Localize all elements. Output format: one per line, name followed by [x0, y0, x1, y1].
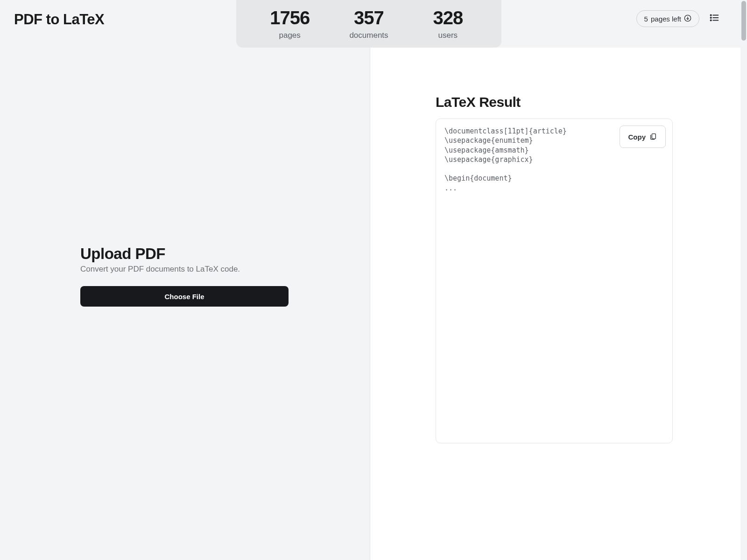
result-panel: LaTeX Result \documentclass[11pt]{articl… — [370, 48, 740, 560]
choose-file-button[interactable]: Choose File — [80, 286, 289, 307]
menu-button[interactable] — [709, 13, 720, 24]
upload-subtitle: Convert your PDF documents to LaTeX code… — [80, 265, 289, 274]
copy-button[interactable]: Copy — [620, 126, 666, 148]
stat-documents: 357 documents — [329, 7, 408, 40]
stat-documents-value: 357 — [329, 7, 408, 28]
copy-button-label: Copy — [628, 133, 646, 141]
pages-left-button[interactable]: 5 pages left — [636, 10, 699, 27]
stat-users-label: users — [409, 31, 487, 40]
stat-users: 328 users — [409, 7, 487, 40]
result-heading: LaTeX Result — [436, 94, 698, 110]
download-icon — [684, 14, 691, 23]
svg-point-3 — [711, 17, 712, 18]
main-content: Upload PDF Convert your PDF documents to… — [0, 48, 740, 560]
upload-heading: Upload PDF — [80, 245, 289, 263]
list-icon — [709, 13, 719, 25]
scrollbar[interactable] — [740, 0, 747, 560]
stat-pages: 1756 pages — [250, 7, 329, 40]
upload-panel: Upload PDF Convert your PDF documents to… — [0, 48, 370, 560]
svg-point-5 — [711, 20, 712, 21]
stats-panel: 1756 pages 357 documents 328 users — [236, 0, 501, 48]
svg-point-1 — [711, 14, 712, 15]
stat-pages-label: pages — [250, 31, 329, 40]
stat-documents-label: documents — [329, 31, 408, 40]
pages-left-label: pages left — [651, 15, 681, 23]
scrollbar-thumb[interactable] — [741, 1, 746, 41]
code-box: \documentclass[11pt]{article} \usepackag… — [436, 119, 673, 443]
pages-left-count: 5 — [644, 15, 648, 23]
clipboard-icon — [649, 133, 657, 141]
stat-pages-value: 1756 — [250, 7, 329, 28]
stat-users-value: 328 — [409, 7, 487, 28]
app-title: PDF to LaTeX — [14, 11, 104, 28]
svg-rect-7 — [652, 133, 655, 139]
